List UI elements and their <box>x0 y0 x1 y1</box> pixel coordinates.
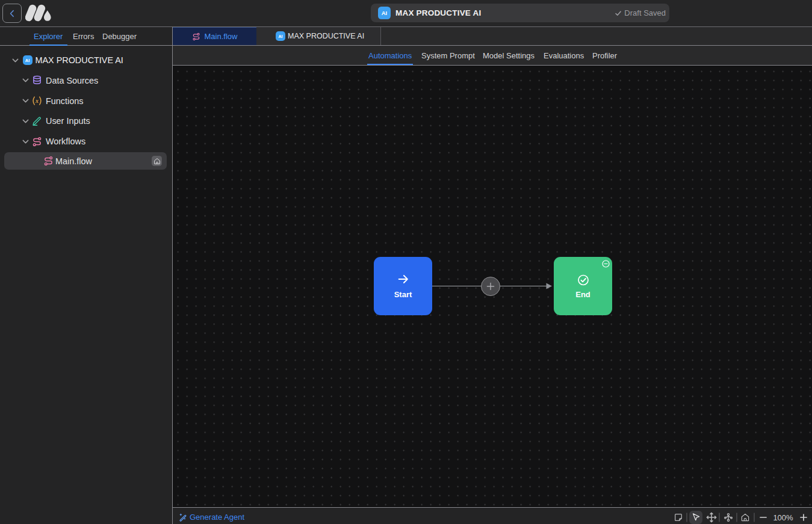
svg-text:x: x <box>35 97 39 104</box>
